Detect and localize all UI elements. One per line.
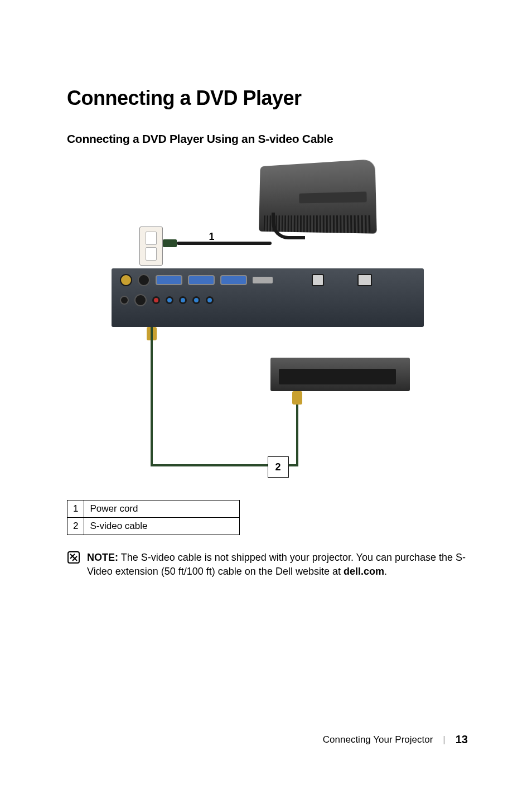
- projector-rear-panel-illustration: [112, 268, 424, 327]
- footer-section: Connecting Your Projector: [323, 734, 433, 745]
- legend-label: Power cord: [84, 500, 240, 518]
- svideo-connector-bottom: [292, 391, 302, 405]
- callout-label-2: 2: [268, 456, 289, 478]
- legend-label: S-video cable: [84, 518, 240, 535]
- note-prefix: NOTE:: [87, 552, 118, 563]
- power-cord-illustration: [163, 235, 272, 252]
- legend-table: 1 Power cord 2 S-video cable: [67, 500, 240, 535]
- svideo-cable-illustration: [151, 327, 153, 466]
- table-row: 1 Power cord: [67, 500, 240, 518]
- note-icon: [67, 551, 80, 564]
- note-link: dell.com: [344, 566, 384, 577]
- section-subtitle: Connecting a DVD Player Using an S-video…: [67, 132, 468, 146]
- footer-page-number: 13: [456, 733, 468, 746]
- footer-divider: |: [443, 734, 445, 745]
- legend-num: 1: [67, 500, 84, 518]
- note-suffix: .: [384, 566, 387, 577]
- wall-outlet-illustration: [139, 227, 163, 266]
- dvd-player-illustration: [270, 358, 410, 391]
- note-text: NOTE: The S-video cable is not shipped w…: [87, 551, 468, 579]
- callout-label-1: 1: [209, 231, 215, 243]
- note-body: The S-video cable is not shipped with yo…: [87, 552, 466, 577]
- page-footer: Connecting Your Projector | 13: [323, 733, 468, 746]
- page-title: Connecting a DVD Player: [67, 86, 468, 110]
- table-row: 2 S-video cable: [67, 518, 240, 535]
- legend-num: 2: [67, 518, 84, 535]
- note-block: NOTE: The S-video cable is not shipped w…: [67, 551, 468, 579]
- connection-diagram: 1 2: [112, 160, 424, 478]
